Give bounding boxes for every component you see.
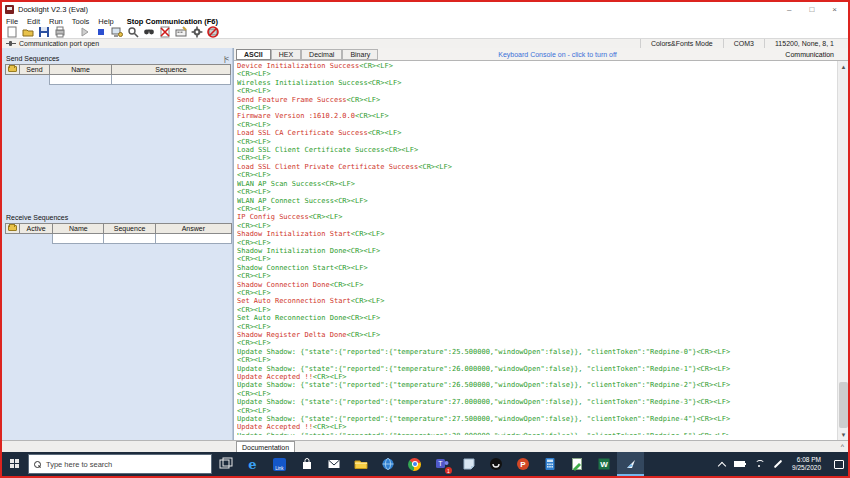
taskbar-clock[interactable]: 6:08 PM 9/25/2020 [792,456,821,472]
taskbar-calculator-icon[interactable] [536,452,563,476]
print-icon[interactable] [53,26,66,38]
toolbar [2,26,848,38]
tab-decimal[interactable]: Decimal [301,49,342,60]
receive-sequences-table: ActiveNameSequenceAnswer [5,223,232,244]
taskbar-powerpoint-icon[interactable]: P [509,452,536,476]
port-plug-icon [6,41,16,46]
start-communication-icon[interactable] [78,26,91,38]
scroll-down-arrow[interactable]: ▼ [838,429,849,440]
com-params-status[interactable]: 115200, None, 8, 1 [764,39,844,48]
vertical-scrollbar[interactable]: ▲ ▼ [837,61,848,440]
terminal-line: Firmware Version :1610.2.0.0<CR><LF> [237,112,836,120]
sequence-list-button[interactable] [6,224,20,234]
sequence-list-button[interactable] [6,65,20,75]
taskbar-green-w-app-icon[interactable]: W [590,452,617,476]
terminal-line: IP Config Success<CR><LF> [237,213,836,221]
terminal-line: <CR><LF> [237,188,836,196]
folder-icon [8,66,17,72]
taskbar-notes-icon[interactable] [455,452,482,476]
scrollbar-thumb[interactable] [839,382,848,428]
network-icon[interactable] [754,460,764,468]
app-icon [5,5,14,14]
search-input[interactable]: Type here to search [28,454,212,474]
tab-documentation[interactable]: Documentation [236,441,295,452]
terminal-line: Update Shadow: {"state":{"reported":{"te… [237,415,836,423]
keyboard-console-icon[interactable] [174,26,187,38]
terminal-line: <CR><LF> [237,70,836,78]
battery-icon[interactable] [734,461,745,467]
com-port-status[interactable]: COM3 [723,39,764,48]
terminal-line: <CR><LF> [237,205,836,213]
terminal-line: <CR><LF> [237,407,836,415]
stop-communication-icon[interactable] [94,26,107,38]
tab-hex[interactable]: HEX [271,49,301,60]
start-button[interactable] [2,452,28,476]
taskbar-teams-icon[interactable]: T1 [428,452,455,476]
taskbar-dark-circle-app-icon[interactable] [482,452,509,476]
comm-blocked-icon[interactable] [206,26,219,38]
taskbar-store-icon[interactable] [293,452,320,476]
expert-monitor-icon[interactable] [126,26,139,38]
project-settings-icon[interactable] [110,26,123,38]
tab-binary[interactable]: Binary [342,49,378,60]
terminal-line: Shadow Connection Start<CR><LF> [237,264,836,272]
menu-item-help[interactable]: Help [98,17,113,26]
terminal-line: <CR><LF> [237,87,836,95]
taskbar-docklight-active-icon[interactable] [617,452,644,476]
terminal-line: <CR><LF> [237,239,836,247]
taskbar-globe-browser-icon[interactable] [374,452,401,476]
close-button[interactable]: × [832,5,837,14]
minimize-button[interactable]: – [787,5,791,14]
terminal-line: <CR><LF> [237,154,836,162]
terminal-line: Update Accepted !!<CR><LF> [237,373,836,381]
taskbar-edge-icon[interactable]: e [239,452,266,476]
restore-button[interactable]: □ [809,5,814,14]
options-gear-icon[interactable] [190,26,203,38]
svg-text:T: T [438,460,443,467]
menu-bar: FileEditRunToolsHelpStop Communication (… [2,16,848,26]
menu-item-file[interactable]: File [6,17,18,26]
menu-item-tools[interactable]: Tools [72,17,90,26]
clear-window-icon[interactable] [158,26,171,38]
sequence-input-answer[interactable] [155,234,231,244]
collapse-panel-button[interactable]: |< [224,55,228,62]
clock-date: 9/25/2020 [792,464,821,472]
sequence-input-name[interactable] [53,234,104,244]
open-project-icon[interactable] [21,26,34,38]
pen-icon[interactable] [774,460,782,468]
sequence-input-sequence[interactable] [112,75,231,85]
taskbar-mail-icon[interactable] [320,452,347,476]
terminal-line: Update Accepted !!<CR><LF> [237,423,836,431]
sequences-panel: Send Sequences |< SendNameSequence Recei… [2,48,233,440]
terminal-line: <CR><LF> [237,339,836,347]
tray-chevron-icon[interactable] [718,461,726,469]
empty-cell [6,75,20,85]
terminal-line: <CR><LF> [237,255,836,263]
new-file-icon[interactable] [5,26,18,38]
menu-item-edit[interactable]: Edit [27,17,40,26]
find-sequence-icon[interactable] [142,26,155,38]
terminal-line: Send Feature Frame Success<CR><LF> [237,96,836,104]
taskbar-link-app-icon[interactable]: Link [266,452,293,476]
display-mode-status[interactable]: Colors&Fonts Mode [640,39,723,48]
app-window: Docklight V2.3 (Eval) – □ × FileEditRunT… [0,0,850,478]
terminal-line: <CR><LF> [237,356,836,364]
receive-sequences-title: Receive Sequences [6,214,68,221]
sequence-input-send [20,75,50,85]
terminal-line: Load SSL Client Private Certificate Succ… [237,163,836,171]
sequence-input-sequence[interactable] [104,234,155,244]
taskbar-chrome-icon[interactable] [401,452,428,476]
taskbar-file-explorer-icon[interactable] [347,452,374,476]
tab-ascii[interactable]: ASCII [236,49,271,60]
scroll-up-arrow[interactable]: ▲ [838,61,849,72]
keyboard-console-toggle[interactable]: Keyboard Console on - click to turn off [498,51,617,58]
save-icon[interactable] [37,26,50,38]
taskbar-task-view-icon[interactable] [212,452,239,476]
menu-item-run[interactable]: Run [49,17,63,26]
expand-documentation-icon[interactable]: ^ [841,443,844,450]
menu-item-stop-communication[interactable]: Stop Communication (F6) [127,17,218,26]
taskbar-green-doc-icon[interactable] [563,452,590,476]
sequence-input-name[interactable] [50,75,112,85]
action-center-icon[interactable] [834,460,844,469]
empty-cell [6,234,20,244]
